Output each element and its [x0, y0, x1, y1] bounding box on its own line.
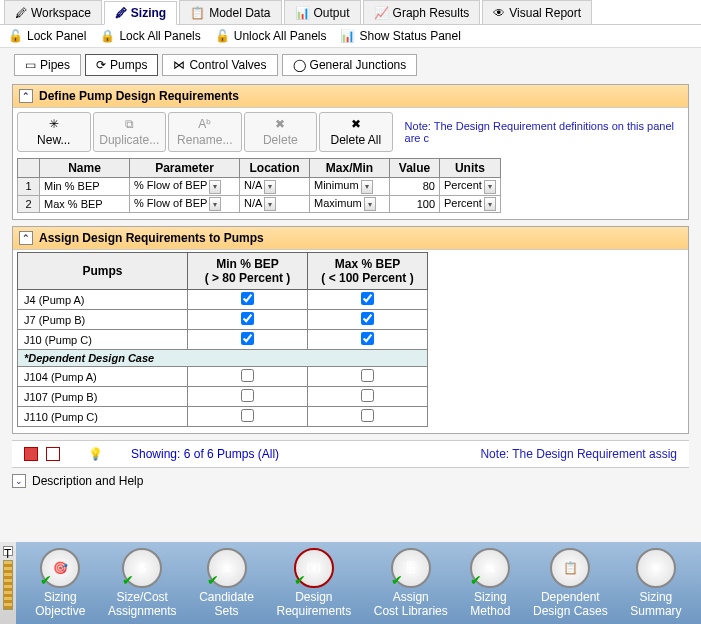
legend-icon[interactable]	[24, 447, 38, 461]
nav-assign-cost-libraries[interactable]: 🗄✔Assign Cost Libraries	[374, 548, 448, 618]
min-checkbox[interactable]	[241, 389, 254, 402]
chevron-down-icon[interactable]: ▾	[209, 197, 221, 211]
check-icon: ✔	[470, 572, 482, 588]
min-checkbox[interactable]	[241, 409, 254, 422]
delete-button[interactable]: ✖Delete	[244, 112, 318, 152]
max-checkbox[interactable]	[361, 409, 374, 422]
sub-tab-pumps[interactable]: ⟳Pumps	[85, 54, 158, 76]
max-checkbox[interactable]	[361, 389, 374, 402]
pump-label: J7 (Pump B)	[18, 310, 188, 330]
units-cell[interactable]: Percent▾	[440, 178, 501, 196]
min-checkbox[interactable]	[241, 332, 254, 345]
top-tab-model-data[interactable]: 📋Model Data	[179, 0, 281, 24]
tab-icon: 🖉	[115, 6, 127, 20]
expand-icon[interactable]: ⌄	[12, 474, 26, 488]
nav-label: Assign Cost Libraries	[374, 590, 448, 618]
top-tab-workspace[interactable]: 🖉Workspace	[4, 0, 102, 24]
new-button[interactable]: ✳New...	[17, 112, 91, 152]
top-tab-sizing[interactable]: 🖉Sizing	[104, 1, 177, 25]
define-row: 1Min % BEP% Flow of BEP▾N/A▾Minimum▾80Pe…	[18, 178, 501, 196]
collapse-icon[interactable]: ⌃	[19, 89, 33, 103]
nav-dependent-design-cases[interactable]: 📋Dependent Design Cases	[533, 548, 608, 618]
loc-cell[interactable]: N/A▾	[240, 178, 310, 196]
nav-icon: ⇆✔	[470, 548, 510, 588]
name-cell[interactable]: Max % BEP	[40, 195, 130, 213]
param-cell[interactable]: % Flow of BEP▾	[130, 178, 240, 196]
unlock-all-label: Unlock All Panels	[234, 29, 327, 43]
sub-tab-bar: ▭Pipes⟳Pumps⋈Control Valves◯General Junc…	[0, 48, 701, 82]
nav-sizing-method[interactable]: ⇆✔Sizing Method	[470, 548, 510, 618]
assign-panel: ⌃ Assign Design Requirements to Pumps Pu…	[12, 226, 689, 434]
chevron-down-icon[interactable]: ▾	[484, 197, 496, 211]
lock-panel-button[interactable]: 🔓Lock Panel	[8, 29, 86, 43]
legend-icon[interactable]	[46, 447, 60, 461]
delete-all-button[interactable]: ✖Delete All	[319, 112, 393, 152]
lock-all-button[interactable]: 🔒Lock All Panels	[100, 29, 200, 43]
assign-row: J107 (Pump B)	[18, 387, 428, 407]
nav-design-requirements[interactable]: ⟨x⟩✔Design Requirements	[276, 548, 351, 618]
sub-tab-general-junctions[interactable]: ◯General Junctions	[282, 54, 418, 76]
nav-icon: $✔	[122, 548, 162, 588]
value-cell[interactable]: 100	[390, 195, 440, 213]
top-tab-output[interactable]: 📊Output	[284, 0, 361, 24]
collapse-icon[interactable]: ⌃	[19, 231, 33, 245]
loc-cell[interactable]: N/A▾	[240, 195, 310, 213]
description-help[interactable]: ⌄ Description and Help	[0, 468, 701, 494]
value-cell[interactable]: 80	[390, 178, 440, 196]
nav-candidate-sets[interactable]: ≣✔Candidate Sets	[199, 548, 254, 618]
mm-cell[interactable]: Minimum▾	[310, 178, 390, 196]
assign-row: J110 (Pump C)	[18, 407, 428, 427]
nav-label: Candidate Sets	[199, 590, 254, 618]
show-status-button[interactable]: 📊Show Status Panel	[340, 29, 460, 43]
chevron-down-icon[interactable]: ▾	[361, 180, 373, 194]
mm-cell[interactable]: Maximum▾	[310, 195, 390, 213]
duplicate-button[interactable]: ⧉Duplicate...	[93, 112, 167, 152]
nav-sizing-objective[interactable]: 🎯✔Sizing Objective	[35, 548, 85, 618]
max-checkbox[interactable]	[361, 369, 374, 382]
rename-button[interactable]: AᵇRename...	[168, 112, 242, 152]
param-cell[interactable]: % Flow of BEP▾	[130, 195, 240, 213]
max-checkbox[interactable]	[361, 292, 374, 305]
row-number: 2	[18, 195, 40, 213]
max-checkbox[interactable]	[361, 332, 374, 345]
chevron-down-icon[interactable]: ▾	[364, 197, 376, 211]
min-checkbox[interactable]	[241, 312, 254, 325]
chevron-down-icon[interactable]: ▾	[484, 180, 496, 194]
min-checkbox[interactable]	[241, 292, 254, 305]
pump-label: J107 (Pump B)	[18, 387, 188, 407]
max-checkbox[interactable]	[361, 312, 374, 325]
unlock-all-button[interactable]: 🔓Unlock All Panels	[215, 29, 327, 43]
handle-box-icon[interactable]: T	[3, 546, 13, 556]
col-header: Location	[240, 159, 310, 178]
col-header: Max/Min	[310, 159, 390, 178]
name-cell[interactable]: Min % BEP	[40, 178, 130, 196]
define-toolbar: ✳New... ⧉Duplicate... AᵇRename... ✖Delet…	[13, 108, 688, 156]
nav-size-cost-assignments[interactable]: $✔Size/Cost Assignments	[108, 548, 177, 618]
sub-tab-pipes[interactable]: ▭Pipes	[14, 54, 81, 76]
lock-panel-label: Lock Panel	[27, 29, 86, 43]
ruler-icon[interactable]	[3, 560, 13, 610]
tab-icon: 👁	[493, 6, 505, 20]
check-icon: ✔	[294, 572, 306, 588]
nav-sizing-summary[interactable]: ≡Sizing Summary	[630, 548, 681, 618]
status-note: Note: The Design Requirement assig	[480, 447, 677, 461]
pump-label: J104 (Pump A)	[18, 367, 188, 387]
status-icon: 📊	[340, 29, 355, 43]
chevron-down-icon[interactable]: ▾	[264, 180, 276, 194]
nav-label: Sizing Objective	[35, 590, 85, 618]
pump-label: J10 (Pump C)	[18, 330, 188, 350]
top-tab-visual-report[interactable]: 👁Visual Report	[482, 0, 592, 24]
chevron-down-icon[interactable]: ▾	[264, 197, 276, 211]
assign-row: J7 (Pump B)	[18, 310, 428, 330]
define-table: NameParameterLocationMax/MinValueUnits1M…	[17, 158, 501, 213]
bottom-items: 🎯✔Sizing Objective$✔Size/Cost Assignment…	[16, 542, 701, 624]
top-tab-graph-results[interactable]: 📈Graph Results	[363, 0, 481, 24]
min-checkbox[interactable]	[241, 369, 254, 382]
units-cell[interactable]: Percent▾	[440, 195, 501, 213]
nav-label: Design Requirements	[276, 590, 351, 618]
assign-panel-title: Assign Design Requirements to Pumps	[39, 231, 264, 245]
chevron-down-icon[interactable]: ▾	[209, 180, 221, 194]
top-tab-bar: 🖉Workspace🖉Sizing📋Model Data📊Output📈Grap…	[0, 0, 701, 25]
sub-tab-control-valves[interactable]: ⋈Control Valves	[162, 54, 277, 76]
define-row: 2Max % BEP% Flow of BEP▾N/A▾Maximum▾100P…	[18, 195, 501, 213]
